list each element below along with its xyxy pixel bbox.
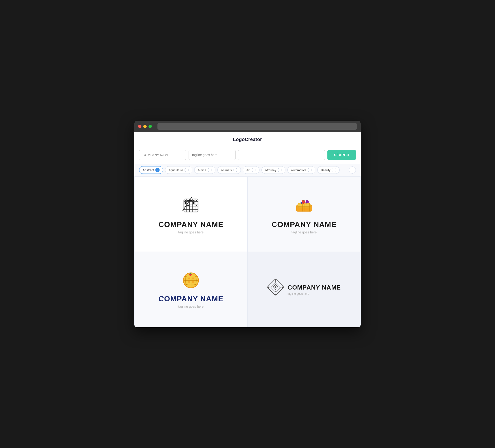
svg-point-49 [275,280,276,281]
svg-rect-12 [193,200,194,201]
maximize-button[interactable] [149,125,152,128]
svg-rect-16 [193,202,194,204]
logo-card-4[interactable]: COMPANY NAME tagline goes here [248,252,361,327]
logo-card-2[interactable]: COMPANY NAME tagline goes here [248,176,361,252]
category-beauty[interactable]: Beauty [317,166,339,174]
category-label: Airline [198,168,206,172]
check-icon-abstract: ✓ [155,168,160,172]
browser-titlebar [134,121,361,132]
svg-point-51 [268,287,269,288]
category-label: Beauty [321,168,330,172]
category-label: Agriculture [168,168,183,172]
svg-rect-40 [188,281,190,283]
category-label: Attorney [265,168,276,172]
next-categories-button[interactable]: → [349,167,356,174]
address-bar [157,123,357,130]
svg-rect-14 [185,202,186,204]
tagline-3: tagline goes here [178,305,203,308]
svg-point-50 [275,294,276,295]
svg-rect-38 [188,278,190,280]
svg-rect-13 [196,200,197,201]
check-icon-automotive [308,168,312,172]
tagline-2: tagline goes here [291,230,316,234]
svg-point-34 [301,202,302,204]
browser-content: LogoCreator SEARCH Abstract ✓ Agricultur… [134,132,361,327]
app-header: LogoCreator [134,132,361,146]
search-button[interactable]: SEARCH [327,150,356,160]
logo-inline-4: COMPANY NAME tagline goes here [267,279,341,300]
category-art[interactable]: Art [243,166,260,174]
svg-rect-11 [190,200,192,201]
close-button[interactable] [138,125,141,128]
logo-card-1[interactable]: COMPANY NAME tagline goes here [134,176,248,252]
logo-text-block-4: COMPANY NAME tagline goes here [288,284,341,295]
logo-icon-1 [180,194,202,216]
tagline-input[interactable] [189,150,236,160]
check-icon-attorney [278,168,282,172]
category-label: Abstract [143,168,154,172]
category-airline[interactable]: Airline [194,166,215,174]
logo-grid: COMPANY NAME tagline goes here [134,176,361,327]
company-name-2: COMPANY NAME [272,220,337,229]
company-name-3: COMPANY NAME [158,294,223,303]
category-attorney[interactable]: Attorney [261,166,286,174]
svg-rect-17 [196,205,197,206]
category-agriculture[interactable]: Agriculture [165,166,192,174]
svg-rect-10 [187,200,189,201]
tagline-1: tagline goes here [178,230,203,234]
check-icon-art [252,168,256,172]
extra-input[interactable] [238,150,325,160]
search-bar: SEARCH [134,146,361,164]
company-name-4: COMPANY NAME [288,284,341,291]
company-name-input[interactable] [139,150,186,160]
svg-rect-39 [192,278,194,280]
svg-rect-41 [192,281,194,283]
svg-rect-53 [275,286,276,288]
logo-card-3[interactable]: COMPANY NAME tagline goes here [134,252,248,327]
svg-rect-15 [187,205,189,206]
minimize-button[interactable] [143,125,147,128]
category-label: Automotive [291,168,306,172]
logo-icon-3 [181,271,200,291]
check-icon-beauty [332,168,336,172]
svg-rect-9 [185,200,186,201]
logo-icon-4 [267,279,284,296]
app-title: LogoCreator [233,137,262,142]
category-automotive[interactable]: Automotive [287,166,315,174]
tagline-4: tagline goes here [288,292,341,295]
company-name-1: COMPANY NAME [158,220,223,229]
category-label: Animals [221,168,232,172]
svg-point-52 [282,287,283,288]
category-abstract[interactable]: Abstract ✓ [139,166,163,174]
svg-rect-20 [298,203,310,208]
logo-icon-2 [293,194,315,216]
browser-window: LogoCreator SEARCH Abstract ✓ Agricultur… [134,121,361,327]
check-icon-agriculture [185,168,189,172]
category-animals[interactable]: Animals [217,166,241,174]
category-label: Art [246,168,250,172]
check-icon-airline [208,168,212,172]
check-icon-animals [233,168,237,172]
category-bar: Abstract ✓ Agriculture Airline Animals A… [134,164,361,176]
svg-point-33 [306,200,308,202]
